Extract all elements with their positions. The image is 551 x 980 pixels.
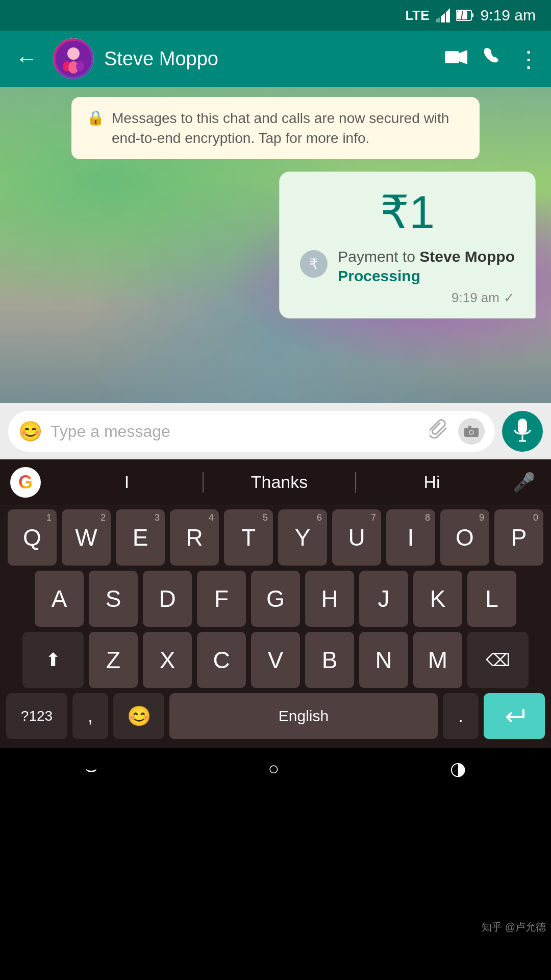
watermark: 知乎 @卢允德 bbox=[482, 920, 546, 934]
comma-key[interactable]: , bbox=[72, 693, 108, 739]
svg-rect-18 bbox=[518, 419, 527, 434]
emoji-key[interactable]: 😊 bbox=[113, 693, 164, 739]
payment-info: Payment to Steve Moppo Processing bbox=[338, 248, 515, 285]
key-row-3: ⬆ Z X C V B N M ⌫ bbox=[3, 632, 548, 688]
key-row-2: A S D F G H J K L bbox=[3, 571, 548, 627]
space-key[interactable]: English bbox=[169, 693, 438, 739]
emoji-icon[interactable]: 😊 bbox=[18, 420, 42, 443]
mic-suggestion-icon[interactable]: 🎤 bbox=[508, 467, 541, 498]
message-bar: 😊 Type a message bbox=[0, 403, 551, 459]
keyboard: G I Thanks Hi 🎤 1Q 2W 3E 4R 5T 6Y 7U 8I … bbox=[0, 459, 551, 748]
key-t[interactable]: 5T bbox=[224, 509, 273, 566]
enter-key[interactable] bbox=[484, 693, 545, 739]
more-options-icon[interactable]: ⋮ bbox=[517, 46, 541, 72]
signal-icon bbox=[436, 8, 450, 22]
key-v[interactable]: V bbox=[251, 632, 300, 688]
period-key[interactable]: . bbox=[443, 693, 479, 739]
payment-rupee-icon: ₹ bbox=[300, 250, 328, 278]
svg-marker-2 bbox=[436, 17, 440, 22]
shift-key[interactable]: ⬆ bbox=[22, 632, 84, 688]
backspace-key[interactable]: ⌫ bbox=[467, 632, 529, 688]
key-d[interactable]: D bbox=[143, 571, 192, 627]
svg-point-11 bbox=[76, 61, 84, 71]
key-k[interactable]: K bbox=[413, 571, 462, 627]
payment-bubble[interactable]: ₹1 ₹ Payment to Steve Moppo Processing 9… bbox=[279, 172, 536, 318]
key-row-bottom: ?123 , 😊 English . bbox=[3, 693, 548, 744]
network-type: LTE bbox=[405, 8, 429, 23]
status-time: 9:19 am bbox=[481, 7, 536, 24]
payment-time-row: 9:19 am ✓ bbox=[300, 290, 515, 306]
bottom-nav: ⌣ ○ ◑ bbox=[0, 748, 551, 789]
chat-area: 🔒 Messages to this chat and calls are no… bbox=[0, 87, 551, 403]
svg-point-16 bbox=[470, 431, 473, 434]
nav-home-gesture[interactable]: ○ bbox=[268, 758, 280, 779]
back-button[interactable]: ← bbox=[10, 41, 43, 77]
key-b[interactable]: B bbox=[305, 632, 354, 688]
status-bar: LTE 9:19 am bbox=[0, 0, 551, 31]
svg-point-8 bbox=[67, 47, 80, 60]
svg-marker-1 bbox=[441, 13, 445, 22]
key-m[interactable]: M bbox=[413, 632, 462, 688]
attach-icon[interactable] bbox=[430, 419, 450, 444]
key-j[interactable]: J bbox=[359, 571, 408, 627]
check-icon: ✓ bbox=[504, 290, 515, 306]
nav-actions: ⋮ bbox=[445, 46, 541, 72]
suggestion-hi[interactable]: Hi bbox=[356, 467, 508, 497]
camera-icon[interactable] bbox=[458, 418, 485, 445]
key-e[interactable]: 3E bbox=[116, 509, 165, 566]
key-u[interactable]: 7U bbox=[332, 509, 381, 566]
nav-bar: ← Steve Moppo ⋮ bbox=[0, 31, 551, 87]
key-w[interactable]: 2W bbox=[62, 509, 111, 566]
svg-marker-13 bbox=[459, 50, 467, 64]
suggestion-i[interactable]: I bbox=[51, 467, 203, 497]
num-sym-key[interactable]: ?123 bbox=[6, 693, 67, 739]
mic-button[interactable] bbox=[502, 411, 543, 452]
google-logo: G bbox=[10, 467, 41, 498]
security-notice[interactable]: 🔒 Messages to this chat and calls are no… bbox=[71, 97, 480, 159]
svg-rect-17 bbox=[468, 426, 471, 428]
key-row-1: 1Q 2W 3E 4R 5T 6Y 7U 8I 9O 0P bbox=[3, 509, 548, 566]
key-r[interactable]: 4R bbox=[170, 509, 219, 566]
key-i[interactable]: 8I bbox=[386, 509, 435, 566]
suggestion-thanks[interactable]: Thanks bbox=[204, 467, 355, 497]
suggestions-row: G I Thanks Hi 🎤 bbox=[0, 459, 551, 505]
key-y[interactable]: 6Y bbox=[278, 509, 327, 566]
payment-status: Processing bbox=[338, 267, 515, 285]
key-f[interactable]: F bbox=[197, 571, 246, 627]
key-s[interactable]: S bbox=[89, 571, 138, 627]
svg-marker-0 bbox=[446, 8, 450, 22]
phone-icon[interactable] bbox=[483, 47, 502, 71]
payment-amount: ₹1 bbox=[300, 187, 515, 238]
lock-icon: 🔒 bbox=[87, 109, 105, 126]
avatar-image bbox=[53, 38, 94, 79]
key-l[interactable]: L bbox=[467, 571, 516, 627]
nav-back-gesture[interactable]: ⌣ bbox=[85, 758, 97, 779]
key-n[interactable]: N bbox=[359, 632, 408, 688]
svg-rect-4 bbox=[471, 13, 473, 17]
key-q[interactable]: 1Q bbox=[8, 509, 57, 566]
key-p[interactable]: 0P bbox=[494, 509, 543, 566]
key-o[interactable]: 9O bbox=[440, 509, 489, 566]
message-input-container[interactable]: 😊 Type a message bbox=[8, 411, 495, 452]
payment-to-text: Payment to Steve Moppo bbox=[338, 248, 515, 265]
svg-rect-12 bbox=[445, 51, 459, 63]
key-g[interactable]: G bbox=[251, 571, 300, 627]
keys-section: 1Q 2W 3E 4R 5T 6Y 7U 8I 9O 0P A S D F G … bbox=[0, 505, 551, 748]
key-h[interactable]: H bbox=[305, 571, 354, 627]
contact-name[interactable]: Steve Moppo bbox=[104, 48, 435, 70]
security-notice-text: Messages to this chat and calls are now … bbox=[112, 108, 464, 148]
key-z[interactable]: Z bbox=[89, 632, 138, 688]
battery-icon bbox=[456, 9, 474, 21]
key-c[interactable]: C bbox=[197, 632, 246, 688]
nav-recents-gesture[interactable]: ◑ bbox=[450, 758, 466, 779]
key-a[interactable]: A bbox=[35, 571, 84, 627]
message-input[interactable]: Type a message bbox=[51, 422, 421, 441]
payment-details: ₹ Payment to Steve Moppo Processing bbox=[300, 248, 515, 285]
payment-time: 9:19 am bbox=[452, 290, 499, 306]
key-x[interactable]: X bbox=[143, 632, 192, 688]
video-call-icon[interactable] bbox=[445, 48, 467, 70]
avatar[interactable] bbox=[53, 38, 94, 79]
